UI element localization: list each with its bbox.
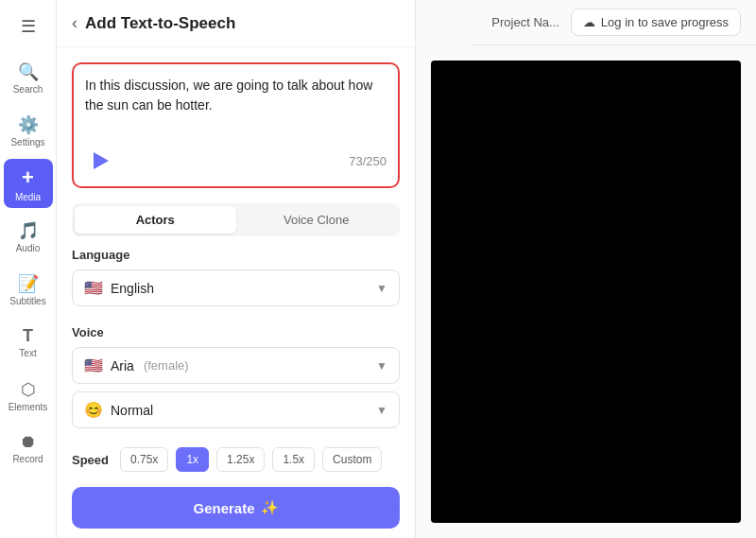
generate-label: Generate xyxy=(193,500,254,516)
language-dropdown[interactable]: 🇺🇸 English ▼ xyxy=(72,269,400,306)
tts-text-input[interactable]: In this discussion, we are going to talk… xyxy=(85,76,387,135)
text-icon: T xyxy=(23,326,33,346)
voice-actor-left: 🇺🇸 Aria (female) xyxy=(84,356,189,374)
speed-label: Speed xyxy=(72,453,109,467)
sidebar-item-subtitles[interactable]: 📝 Subtitles xyxy=(4,265,53,314)
language-section: Language 🇺🇸 English ▼ xyxy=(72,248,400,314)
cloud-icon: ☁ xyxy=(583,15,595,29)
play-icon xyxy=(94,152,109,169)
generate-emoji: ✨ xyxy=(261,499,279,516)
speed-075x-button[interactable]: 0.75x xyxy=(120,447,168,472)
voice-tone-dropdown[interactable]: 😊 Normal ▼ xyxy=(72,391,400,428)
tone-emoji-icon: 😊 xyxy=(84,401,103,419)
login-label: Log in to save progress xyxy=(601,15,729,29)
speed-section: Speed 0.75x 1x 1.25x 1.5x Custom xyxy=(72,447,400,472)
language-dropdown-left: 🇺🇸 English xyxy=(84,279,154,297)
elements-icon: ⬡ xyxy=(21,379,36,400)
sidebar-item-media[interactable]: + Media xyxy=(4,159,53,208)
language-value: English xyxy=(111,281,154,296)
generate-button[interactable]: Generate ✨ xyxy=(72,487,400,529)
sidebar-item-label: Record xyxy=(12,454,43,464)
speed-15x-button[interactable]: 1.5x xyxy=(272,447,315,472)
sidebar-item-label: Settings xyxy=(10,137,44,148)
preview-canvas xyxy=(431,61,741,523)
chevron-down-icon: ▼ xyxy=(376,359,387,373)
top-bar: Project Na... ☁ Log in to save progress xyxy=(472,0,756,45)
subtitles-icon: 📝 xyxy=(18,273,39,294)
tab-voice-clone[interactable]: Voice Clone xyxy=(236,206,398,234)
voice-tone-value: Normal xyxy=(111,403,153,418)
project-name: Project Na... xyxy=(491,15,559,29)
sidebar: ☰ 🔍 Search ⚙️ Settings + Media 🎵 Audio 📝… xyxy=(0,0,57,538)
voice-actor-gender: (female) xyxy=(144,358,189,373)
sidebar-item-label: Search xyxy=(13,84,43,95)
language-flag: 🇺🇸 xyxy=(84,279,103,297)
speed-125x-button[interactable]: 1.25x xyxy=(216,447,265,472)
panel-header: ‹ Add Text-to-Speech xyxy=(57,0,415,47)
speed-custom-button[interactable]: Custom xyxy=(322,447,382,472)
preview-panel: Project Na... ☁ Log in to save progress xyxy=(416,0,756,538)
chevron-down-icon: ▼ xyxy=(376,404,387,417)
main-panel: ‹ Add Text-to-Speech In this discussion,… xyxy=(57,0,416,538)
sidebar-item-elements[interactable]: ⬡ Elements xyxy=(4,371,53,420)
sidebar-item-label: Audio xyxy=(16,243,41,253)
sidebar-item-settings[interactable]: ⚙️ Settings xyxy=(4,106,53,155)
voice-section: Voice 🇺🇸 Aria (female) ▼ 😊 Normal ▼ xyxy=(72,325,400,436)
sidebar-item-text[interactable]: T Text xyxy=(4,318,53,367)
generate-section: Generate ✨ xyxy=(72,487,400,529)
voice-actor-flag: 🇺🇸 xyxy=(84,356,103,374)
back-button[interactable]: ‹ xyxy=(72,13,77,33)
language-label: Language xyxy=(72,248,400,262)
voice-actor-name: Aria xyxy=(111,358,134,373)
sidebar-item-label: Text xyxy=(19,348,36,358)
sidebar-item-search[interactable]: 🔍 Search xyxy=(4,53,53,102)
audio-icon: 🎵 xyxy=(18,220,39,241)
voice-tone-left: 😊 Normal xyxy=(84,401,153,419)
menu-icon[interactable]: ☰ xyxy=(11,9,45,43)
sidebar-item-audio[interactable]: 🎵 Audio xyxy=(4,212,53,261)
sidebar-item-label: Media xyxy=(15,192,41,202)
voice-label: Voice xyxy=(72,325,400,339)
tabs-section: Actors Voice Clone xyxy=(72,203,400,236)
sidebar-item-label: Subtitles xyxy=(9,296,45,306)
record-icon: ⏺ xyxy=(20,432,37,452)
text-area-footer: 73/250 xyxy=(85,147,387,175)
chevron-down-icon: ▼ xyxy=(376,282,387,295)
login-button[interactable]: ☁ Log in to save progress xyxy=(571,9,741,36)
panel-title: Add Text-to-Speech xyxy=(85,14,235,33)
sidebar-item-label: Elements xyxy=(9,402,48,412)
settings-icon: ⚙️ xyxy=(18,114,39,135)
voice-actor-dropdown[interactable]: 🇺🇸 Aria (female) ▼ xyxy=(72,347,400,384)
text-area-section: In this discussion, we are going to talk… xyxy=(72,62,400,188)
speed-1x-button[interactable]: 1x xyxy=(176,447,209,472)
media-icon: + xyxy=(22,165,34,190)
sidebar-item-record[interactable]: ⏺ Record xyxy=(4,424,53,473)
tab-actors[interactable]: Actors xyxy=(75,206,236,234)
search-icon: 🔍 xyxy=(18,61,39,82)
play-button[interactable] xyxy=(85,147,113,175)
char-count: 73/250 xyxy=(349,154,387,168)
